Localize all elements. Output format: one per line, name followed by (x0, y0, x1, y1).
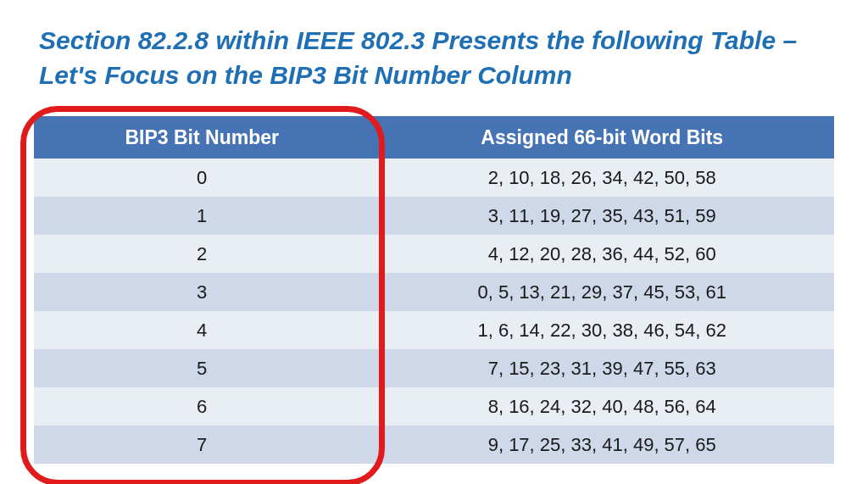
cell-bip3: 0 (34, 159, 370, 197)
table-row: 3 0, 5, 13, 21, 29, 37, 45, 53, 61 (34, 273, 834, 311)
cell-bip3: 2 (34, 235, 370, 273)
page-title: Section 82.2.8 within IEEE 802.3 Present… (34, 24, 834, 92)
table-row: 2 4, 12, 20, 28, 36, 44, 52, 60 (34, 235, 834, 273)
cell-bip3: 5 (34, 349, 370, 387)
table-row: 6 8, 16, 24, 32, 40, 48, 56, 64 (34, 387, 834, 426)
table-row: 7 9, 17, 25, 33, 41, 49, 57, 65 (34, 426, 834, 464)
cell-bip3: 7 (34, 426, 370, 464)
table-row: 4 1, 6, 14, 22, 30, 38, 46, 54, 62 (34, 311, 834, 349)
table-row: 5 7, 15, 23, 31, 39, 47, 55, 63 (34, 349, 834, 387)
table-header-row: BIP3 Bit Number Assigned 66-bit Word Bit… (34, 116, 834, 159)
table-container: BIP3 Bit Number Assigned 66-bit Word Bit… (34, 116, 834, 464)
cell-bits: 4, 12, 20, 28, 36, 44, 52, 60 (370, 235, 834, 273)
cell-bits: 2, 10, 18, 26, 34, 42, 50, 58 (370, 159, 834, 197)
table-row: 1 3, 11, 19, 27, 35, 43, 51, 59 (34, 197, 834, 235)
cell-bip3: 6 (34, 387, 370, 426)
cell-bip3: 1 (34, 197, 370, 235)
table-row: 0 2, 10, 18, 26, 34, 42, 50, 58 (34, 159, 834, 197)
cell-bip3: 4 (34, 311, 370, 349)
cell-bits: 8, 16, 24, 32, 40, 48, 56, 64 (370, 387, 834, 426)
cell-bits: 3, 11, 19, 27, 35, 43, 51, 59 (370, 197, 834, 235)
bip3-table: BIP3 Bit Number Assigned 66-bit Word Bit… (34, 116, 834, 464)
cell-bits: 9, 17, 25, 33, 41, 49, 57, 65 (370, 426, 834, 464)
cell-bits: 1, 6, 14, 22, 30, 38, 46, 54, 62 (370, 311, 834, 349)
column-header-bip3: BIP3 Bit Number (34, 116, 370, 159)
cell-bits: 0, 5, 13, 21, 29, 37, 45, 53, 61 (370, 273, 834, 311)
cell-bip3: 3 (34, 273, 370, 311)
column-header-bits: Assigned 66-bit Word Bits (370, 116, 834, 159)
cell-bits: 7, 15, 23, 31, 39, 47, 55, 63 (370, 349, 834, 387)
